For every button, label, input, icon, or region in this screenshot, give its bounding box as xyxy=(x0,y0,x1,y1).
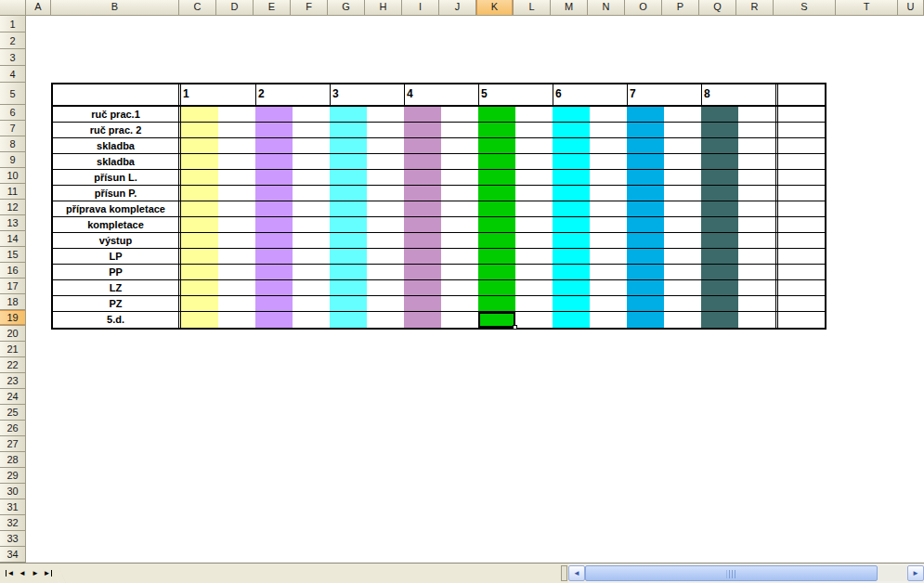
cell[interactable] xyxy=(701,312,738,328)
cell[interactable] xyxy=(218,170,255,185)
column-header-F[interactable]: F xyxy=(291,0,328,16)
cell[interactable] xyxy=(515,312,553,328)
cell[interactable] xyxy=(255,201,293,216)
cell[interactable] xyxy=(701,170,738,185)
cell[interactable] xyxy=(701,107,738,122)
cell[interactable] xyxy=(664,123,701,137)
row-header-1[interactable]: 1 xyxy=(0,16,26,32)
cell[interactable] xyxy=(627,138,664,153)
row-tail-cell[interactable] xyxy=(775,123,825,137)
cell[interactable] xyxy=(441,201,478,216)
cell[interactable] xyxy=(330,280,367,295)
cell[interactable] xyxy=(553,170,590,185)
cell[interactable] xyxy=(181,249,218,264)
cell[interactable] xyxy=(330,265,367,279)
row-header-12[interactable]: 12 xyxy=(0,200,26,215)
cell[interactable] xyxy=(367,233,404,248)
row-header-25[interactable]: 25 xyxy=(0,405,26,421)
cell[interactable] xyxy=(293,312,330,328)
cell[interactable] xyxy=(590,217,627,232)
cell[interactable] xyxy=(627,265,664,279)
cell[interactable] xyxy=(478,233,515,248)
cell[interactable] xyxy=(738,312,775,328)
cell[interactable] xyxy=(441,186,478,201)
row-header-34[interactable]: 34 xyxy=(0,547,26,563)
cell[interactable] xyxy=(478,123,515,137)
cell[interactable] xyxy=(404,249,441,264)
cell[interactable] xyxy=(181,170,218,185)
cell[interactable] xyxy=(404,201,441,216)
row-label-cell[interactable]: příprava kompletace xyxy=(53,201,181,216)
row-header-17[interactable]: 17 xyxy=(0,279,26,294)
cell[interactable] xyxy=(478,296,515,311)
cell[interactable] xyxy=(367,312,404,328)
cell[interactable] xyxy=(515,217,553,232)
cell[interactable] xyxy=(367,201,404,216)
cell[interactable] xyxy=(664,280,701,295)
row-label-cell[interactable]: skladba xyxy=(53,138,181,153)
cell[interactable] xyxy=(218,249,255,264)
column-header-E[interactable]: E xyxy=(254,0,291,16)
cell[interactable] xyxy=(404,296,441,311)
cell[interactable] xyxy=(255,170,293,185)
cell[interactable] xyxy=(738,265,775,279)
cell[interactable] xyxy=(330,201,367,216)
cell[interactable] xyxy=(664,312,701,328)
cell[interactable] xyxy=(330,249,367,264)
cell[interactable] xyxy=(255,249,293,264)
cell[interactable] xyxy=(330,312,367,328)
row-header-30[interactable]: 30 xyxy=(0,484,26,499)
cell[interactable] xyxy=(441,296,478,311)
row-label-cell[interactable]: výstup xyxy=(53,233,181,248)
cell[interactable] xyxy=(515,265,553,279)
column-header-O[interactable]: O xyxy=(625,0,662,16)
cell[interactable] xyxy=(181,280,218,295)
column-header-H[interactable]: H xyxy=(365,0,402,16)
row-tail-cell[interactable] xyxy=(775,249,825,264)
cell[interactable] xyxy=(515,186,553,201)
cell[interactable] xyxy=(330,107,367,122)
cell[interactable] xyxy=(515,201,553,216)
cell[interactable] xyxy=(181,217,218,232)
cell[interactable] xyxy=(515,170,553,185)
cell[interactable] xyxy=(553,249,590,264)
cell[interactable] xyxy=(590,170,627,185)
cell[interactable] xyxy=(738,154,775,169)
column-header-I[interactable]: I xyxy=(402,0,439,16)
period-header-cell[interactable]: 1 xyxy=(181,84,255,105)
table-corner-cell[interactable] xyxy=(53,84,181,105)
cell[interactable] xyxy=(478,138,515,153)
cell[interactable] xyxy=(255,138,293,153)
cell[interactable] xyxy=(701,123,738,137)
cell[interactable] xyxy=(590,107,627,122)
cell[interactable] xyxy=(181,154,218,169)
cell[interactable] xyxy=(181,233,218,248)
cell[interactable] xyxy=(293,296,330,311)
column-header-U[interactable]: U xyxy=(898,0,924,16)
cell[interactable] xyxy=(701,280,738,295)
cell[interactable] xyxy=(293,249,330,264)
cell[interactable] xyxy=(515,138,553,153)
column-header-D[interactable]: D xyxy=(216,0,254,16)
cell[interactable] xyxy=(218,201,255,216)
row-tail-cell[interactable] xyxy=(775,154,825,169)
cell[interactable] xyxy=(590,186,627,201)
cell[interactable] xyxy=(218,233,255,248)
fill-handle[interactable] xyxy=(513,325,517,330)
scrollbar-track[interactable] xyxy=(878,565,907,581)
last-sheet-button[interactable]: ► xyxy=(42,566,55,581)
cell[interactable] xyxy=(553,233,590,248)
cell[interactable] xyxy=(553,107,590,122)
row-label-cell[interactable]: ruč prac. 2 xyxy=(53,123,181,137)
row-label-cell[interactable]: LP xyxy=(53,249,181,264)
cell[interactable] xyxy=(181,186,218,201)
column-header-G[interactable]: G xyxy=(328,0,365,16)
cell[interactable] xyxy=(478,186,515,201)
row-header-5[interactable]: 5 xyxy=(0,83,26,105)
table-header-tail-cell[interactable] xyxy=(775,84,825,105)
cell[interactable] xyxy=(404,170,441,185)
cell[interactable] xyxy=(478,201,515,216)
cell[interactable] xyxy=(218,265,255,279)
cell[interactable] xyxy=(441,138,478,153)
scrollbar-thumb[interactable] xyxy=(585,565,878,581)
